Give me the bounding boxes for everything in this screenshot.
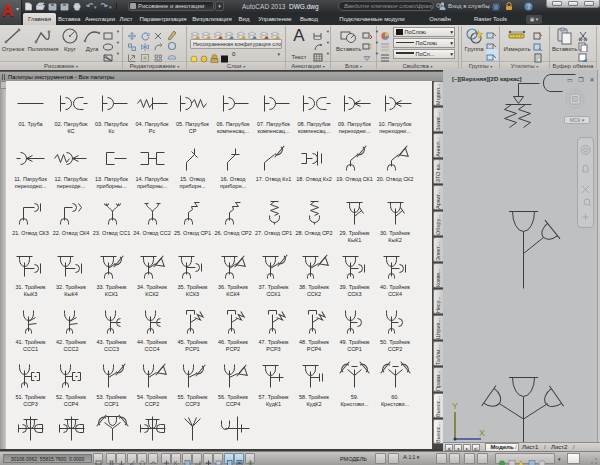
svg-text:?: ? [527,3,531,10]
svg-text:▾: ▾ [109,4,112,10]
svg-text:Y: Y [452,401,458,411]
svg-text:▾: ▾ [94,4,97,10]
svg-text:X: X [479,428,485,438]
